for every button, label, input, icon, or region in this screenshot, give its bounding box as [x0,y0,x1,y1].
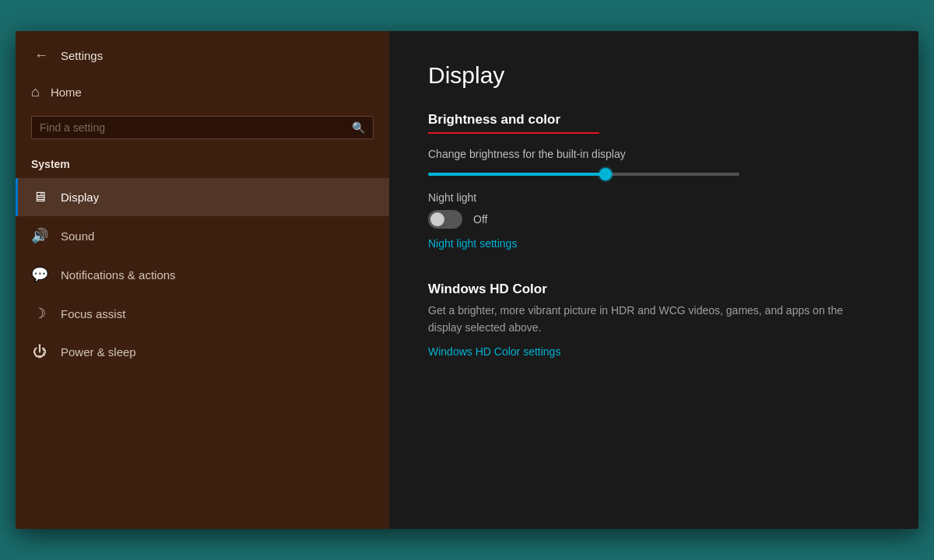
nav-item-focus[interactable]: ☽ Focus assist [16,294,389,333]
sidebar: ← Settings ⌂ Home 🔍 System 🖥 Display 🔊 S… [16,31,389,529]
night-light-status: Off [473,213,487,226]
hd-color-section: Windows HD Color Get a brighter, more vi… [428,282,880,359]
home-label: Home [51,86,82,99]
notifications-icon: 💬 [31,266,48,283]
search-icon: 🔍 [352,121,365,134]
title-bar: ← Settings [16,31,389,76]
night-light-toggle[interactable] [428,210,462,229]
display-icon: 🖥 [31,189,48,205]
brightness-slider-thumb[interactable] [599,168,612,180]
brightness-section: Brightness and color Change brightness f… [428,112,880,250]
main-content: Display Brightness and color Change brig… [389,31,918,529]
night-light-settings-link[interactable]: Night light settings [428,237,517,250]
toggle-knob [430,212,444,226]
sound-icon: 🔊 [31,227,48,244]
search-box: 🔍 [31,116,374,139]
brightness-heading: Brightness and color [428,112,880,128]
home-icon: ⌂ [31,84,40,100]
section-divider [428,132,599,134]
back-button[interactable]: ← [31,47,51,64]
settings-title: Settings [61,49,103,62]
nav-list: 🖥 Display 🔊 Sound 💬 Notifications & acti… [16,178,389,371]
page-title: Display [428,62,880,89]
hd-color-settings-link[interactable]: Windows HD Color settings [428,345,560,358]
nav-item-sound[interactable]: 🔊 Sound [16,216,389,255]
nav-label-focus: Focus assist [61,307,125,320]
nav-label-notifications: Notifications & actions [61,268,176,282]
brightness-desc: Change brightness for the built-in displ… [428,148,880,160]
nav-item-display[interactable]: 🖥 Display [16,178,389,216]
power-icon: ⏻ [31,344,48,360]
nav-item-notifications[interactable]: 💬 Notifications & actions [16,255,389,294]
brightness-slider-track[interactable] [428,173,739,176]
night-light-row: Off [428,210,880,229]
nav-label-display: Display [61,191,99,204]
night-light-label: Night light [428,191,880,204]
hd-color-desc: Get a brighter, more vibrant picture in … [428,302,880,337]
section-label: System [16,155,389,178]
brightness-slider-fill [428,173,606,176]
settings-window: ← Settings ⌂ Home 🔍 System 🖥 Display 🔊 S… [16,31,918,529]
nav-item-home[interactable]: ⌂ Home [16,76,389,108]
nav-item-power[interactable]: ⏻ Power & sleep [16,333,389,371]
nav-label-sound: Sound [61,229,94,243]
nav-label-power: Power & sleep [61,345,136,359]
focus-icon: ☽ [31,305,48,322]
hd-color-heading: Windows HD Color [428,282,880,297]
search-input[interactable] [40,121,346,134]
brightness-slider-container [428,173,880,176]
